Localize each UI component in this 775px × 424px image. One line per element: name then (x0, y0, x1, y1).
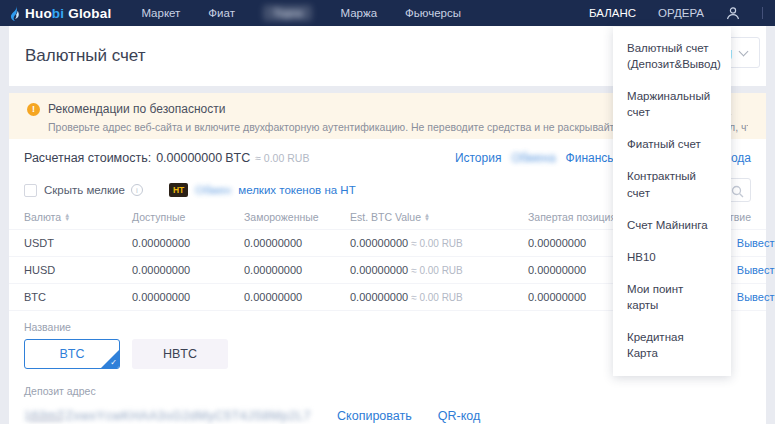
btc-value-cell: 0.00000000≈ 0.00 RUB (350, 264, 498, 276)
nav-item-market[interactable]: Маркет (141, 7, 180, 19)
currency-cell: BTC (24, 291, 132, 303)
sort-icon[interactable]: ▲▼ (424, 213, 430, 221)
ht-badge: HT (169, 183, 188, 197)
menu-item-margin-account[interactable]: Маржинальный счет (613, 80, 731, 128)
page-title: Валютный счет (25, 46, 146, 66)
col-frozen: Замороженные (244, 211, 350, 223)
currency-cell: USDT (24, 237, 132, 249)
info-icon[interactable]: i (131, 184, 143, 196)
warning-icon: ! (27, 103, 40, 116)
btc-value-cell: 0.00000000≈ 0.00 RUB (350, 237, 498, 249)
user-icon[interactable] (726, 6, 740, 20)
deposit-address-label: Депозит адрес (24, 385, 751, 397)
nav-item-futures[interactable]: Фьючерсы (405, 7, 461, 19)
menu-item-hb10[interactable]: HB10 (613, 241, 731, 273)
menu-item-exchange-account[interactable]: Валютный счет (Депозит&Вывод) (613, 32, 731, 80)
withdraw-link[interactable]: Вывести (737, 237, 775, 249)
huobi-logo[interactable]: Huobi Global (8, 5, 111, 21)
nav-item-fiat[interactable]: Фиат (208, 7, 235, 19)
withdraw-link[interactable]: Вывести (737, 264, 775, 276)
history-blurred-link[interactable]: Обмена (511, 151, 555, 165)
sort-icon[interactable]: ▲▼ (64, 213, 70, 221)
top-nav: Huobi Global Маркет Фиат Торги Маржа Фью… (0, 0, 775, 26)
search-icon[interactable] (731, 184, 744, 197)
balance-dropdown-menu: Валютный счет (Депозит&Вывод) Маржинальн… (613, 27, 731, 376)
available-cell: 0.00000000 (132, 264, 244, 276)
menu-item-credit-card[interactable]: Кредитная Карта (613, 321, 731, 369)
copy-button[interactable]: Скопировать (337, 409, 412, 423)
deposit-address-row: 163mTZxwxYcwKHAA3sG2dMyC5T4JS8Mp2L7 Скоп… (24, 409, 751, 423)
tab-hbtc[interactable]: HBTC (132, 339, 228, 369)
nav-item-balance[interactable]: БАЛАНС (589, 7, 636, 19)
chevron-down-icon (739, 46, 749, 56)
qr-code-button[interactable]: QR-код (438, 409, 481, 423)
logo-text: Huobi Global (25, 6, 111, 21)
col-est-btc[interactable]: Est. BTC Value (350, 211, 421, 223)
currency-cell: HUSD (24, 264, 132, 276)
estimated-value-label: Расчетная стоимость: (24, 151, 151, 165)
withdraw-link[interactable]: Вывести (737, 291, 775, 303)
nav-item-trade-blurred[interactable]: Торги (263, 5, 313, 21)
deposit-address-blurred: 163mTZxwxYcwKHAA3sG2dMyC5T4JS8Mp2L7 (24, 409, 311, 423)
col-available: Доступные (132, 211, 244, 223)
nav-right: БАЛАНС ОРДЕРА (589, 6, 763, 20)
nav-divider (762, 7, 763, 19)
available-cell: 0.00000000 (132, 237, 244, 249)
menu-item-contract-account[interactable]: Контрактный счет (613, 160, 731, 208)
tab-btc-label: BTC (60, 347, 85, 361)
nav-item-margin[interactable]: Маржа (340, 7, 377, 19)
hide-small-label: Скрыть мелкие (44, 184, 125, 196)
estimated-value-rub: ≈ 0.00 RUB (255, 152, 309, 164)
check-corner-icon: ✓ (101, 350, 119, 368)
frozen-cell: 0.00000000 (244, 264, 350, 276)
menu-item-point-cards[interactable]: Мои поинт карты (613, 273, 731, 321)
history-link[interactable]: История (455, 151, 502, 165)
available-cell: 0.00000000 (132, 291, 244, 303)
menu-item-mining-account[interactable]: Счет Майнинга (613, 209, 731, 241)
col-currency[interactable]: Валюта (24, 211, 61, 223)
tab-btc[interactable]: BTC ✓ (24, 339, 120, 369)
exchange-blurred-word[interactable]: Обмен (195, 184, 231, 196)
menu-item-fiat-account[interactable]: Фиатный счет (613, 128, 731, 160)
tab-hbtc-label: HBTC (163, 347, 197, 361)
banner-title: Рекомендации по безопасности (48, 102, 225, 116)
btc-value-cell: 0.00000000≈ 0.00 RUB (350, 291, 498, 303)
exchange-small-tokens-link[interactable]: мелких токенов на HT (238, 184, 355, 196)
nav-item-orders[interactable]: ОРДЕРА (658, 7, 704, 19)
frozen-cell: 0.00000000 (244, 237, 350, 249)
bottom-blur-artifact (29, 416, 63, 422)
estimated-value-btc: 0.00000000 (156, 151, 222, 165)
flame-icon (8, 5, 22, 21)
hide-small-checkbox[interactable] (24, 184, 37, 197)
estimated-value-unit: BTC (225, 151, 250, 165)
nav-menu: Маркет Фиат Торги Маржа Фьючерсы (141, 5, 461, 21)
finance-link[interactable]: Финансы (566, 151, 616, 165)
frozen-cell: 0.00000000 (244, 291, 350, 303)
